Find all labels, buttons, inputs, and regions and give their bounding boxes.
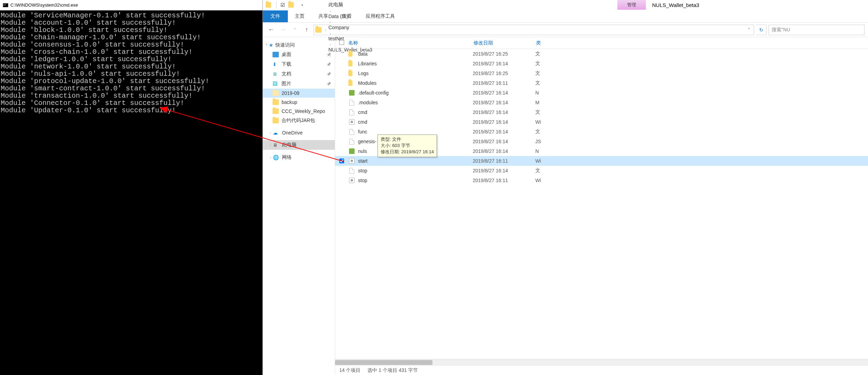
scrollbar-thumb[interactable] <box>335 360 432 365</box>
network-icon: 🌐 <box>273 155 279 160</box>
nav-pictures[interactable]: 🖼图片 <box>263 79 335 89</box>
folder-icon <box>273 108 279 114</box>
file-row[interactable]: Libraries2019/8/27 16:14文 <box>335 59 868 68</box>
column-date[interactable]: 修改日期 <box>473 40 536 46</box>
nav-desktop[interactable]: 桌面 <box>263 50 335 59</box>
file-row[interactable]: Modules2019/8/27 16:11文 <box>335 78 868 88</box>
nav-network[interactable]: › 🌐网络 <box>263 153 335 162</box>
file-row[interactable]: stop2019/8/27 16:14文 <box>335 166 868 176</box>
column-type[interactable]: 类 <box>536 40 562 46</box>
onedrive-icon: ☁ <box>273 130 279 136</box>
tab-share[interactable]: 共享 <box>311 10 335 22</box>
chevron-down-icon[interactable]: ˅ <box>266 43 267 47</box>
folder-icon <box>348 60 355 67</box>
file-date: 2019/8/27 16:14 <box>473 61 535 66</box>
tooltip-size: 大小: 603 字节 <box>381 142 434 149</box>
ribbon-tabs: 文件 主页 共享 查看 应用程序工具 <box>263 10 868 22</box>
file-row[interactable]: ⚙start2019/8/27 16:11Wi <box>335 156 868 166</box>
file-icon <box>348 129 355 135</box>
chevron-right-icon[interactable]: › <box>325 28 326 32</box>
file-name: func <box>358 129 473 134</box>
up-button[interactable]: ↑ <box>302 25 311 35</box>
row-checkbox[interactable] <box>339 158 348 163</box>
ncf-icon <box>348 90 355 96</box>
file-row[interactable]: ⚙stop2019/8/27 16:11Wi <box>335 176 868 185</box>
chevron-right-icon[interactable]: › <box>270 143 271 147</box>
column-headers[interactable]: 名称 修改日期 类 <box>335 37 868 49</box>
properties-icon[interactable]: ☑ <box>278 1 287 9</box>
tab-home[interactable]: 主页 <box>288 10 311 22</box>
tab-file[interactable]: 文件 <box>263 10 288 22</box>
file-date: 2019/8/27 16:25 <box>473 51 535 57</box>
file-date: 2019/8/27 16:14 <box>473 119 535 125</box>
nav-jar[interactable]: 合约代码JAR包 <box>263 116 335 125</box>
qat-dropdown-icon[interactable]: ▾ <box>298 1 306 9</box>
file-date: 2019/8/27 16:11 <box>473 80 535 86</box>
cmd-title-text: C:\WINDOWS\system32\cmd.exe <box>10 2 78 8</box>
cmd-titlebar[interactable]: C:\WINDOWS\system32\cmd.exe <box>0 0 262 10</box>
cmd-icon <box>3 3 8 7</box>
bat-icon: ⚙ <box>348 158 355 164</box>
address-dropdown-icon[interactable]: ˅ <box>746 27 752 33</box>
explorer-window: ☑ ▾ 管理 NULS_Wallet_beta3 文件 主页 共享 查看 应用程… <box>263 0 868 375</box>
nav-downloads[interactable]: ⬇下载 <box>263 59 335 69</box>
bat-icon: ⚙ <box>348 177 355 184</box>
nav-2019-09[interactable]: 2019-09 <box>263 89 335 98</box>
refresh-button[interactable]: ↻ <box>756 25 766 35</box>
quick-access-header[interactable]: ˅ ★ 快速访问 <box>263 41 335 50</box>
file-tooltip: 类型: 文件 大小: 603 字节 修改日期: 2019/8/27 16:14 <box>378 134 437 157</box>
file-name: cmd <box>358 119 473 125</box>
file-type: 文 <box>535 80 562 86</box>
file-date: 2019/8/27 16:14 <box>473 139 535 144</box>
file-icon <box>348 99 355 106</box>
file-type: 文 <box>535 60 562 67</box>
file-row[interactable]: data2019/8/27 16:25文 <box>335 49 868 59</box>
file-type: Wi <box>535 158 562 164</box>
address-bar[interactable]: › 此电脑›Data (D:)›Company›testNet›NULS_Wal… <box>314 25 754 35</box>
file-type: 文 <box>535 168 562 174</box>
file-row[interactable]: .default-config2019/8/27 16:14N <box>335 88 868 98</box>
file-date: 2019/8/27 16:14 <box>473 129 535 134</box>
recent-dropdown[interactable]: ˅ <box>290 25 300 35</box>
file-row[interactable]: cmd2019/8/27 16:14文 <box>335 107 868 117</box>
quick-access-toolbar: ☑ ▾ <box>263 0 868 10</box>
select-all-checkbox[interactable] <box>339 40 344 45</box>
new-folder-icon[interactable] <box>288 1 297 9</box>
forward-button[interactable]: → <box>278 25 288 35</box>
nav-documents[interactable]: 🗎文档 <box>263 69 335 79</box>
file-name: Modules <box>358 80 473 86</box>
file-type: Wi <box>535 119 562 125</box>
chevron-right-icon[interactable]: › <box>270 156 271 160</box>
file-type: N <box>535 148 562 154</box>
file-type: M <box>535 100 562 105</box>
file-row[interactable]: ⚙cmd2019/8/27 16:14Wi <box>335 117 868 127</box>
nav-onedrive[interactable]: › ☁OneDrive <box>263 128 335 137</box>
file-row[interactable]: Logs2019/8/27 16:25文 <box>335 68 868 78</box>
back-button[interactable]: ← <box>266 25 276 35</box>
file-date: 2019/8/27 16:14 <box>473 109 535 115</box>
tab-view[interactable]: 查看 <box>335 10 359 22</box>
tab-app-tools[interactable]: 应用程序工具 <box>359 10 402 22</box>
picture-icon: 🖼 <box>273 81 279 87</box>
chevron-right-icon[interactable]: › <box>270 131 271 135</box>
file-name: .modules <box>358 100 473 105</box>
file-row[interactable]: .modules2019/8/27 16:14M <box>335 98 868 107</box>
file-list[interactable]: data2019/8/27 16:25文Libraries2019/8/27 1… <box>335 49 868 359</box>
navigation-pane[interactable]: ˅ ★ 快速访问 桌面 ⬇下载 🗎文档 🖼图片 2019-09 backup C… <box>263 37 335 375</box>
nav-this-pc[interactable]: › 🖥此电脑 <box>263 140 335 150</box>
folder-icon[interactable] <box>266 1 274 9</box>
cmd-window: C:\WINDOWS\system32\cmd.exe Module 'Serv… <box>0 0 263 375</box>
chevron-right-icon[interactable]: › <box>330 31 331 35</box>
tooltip-date: 修改日期: 2019/8/27 16:14 <box>381 149 434 155</box>
separator <box>276 1 276 8</box>
horizontal-scrollbar[interactable] <box>335 359 868 365</box>
cmd-output[interactable]: Module 'ServiceManager-0.1.0' start succ… <box>0 10 262 375</box>
file-date: 2019/8/27 16:14 <box>473 148 535 154</box>
nav-ccc[interactable]: CCC_Weekly_Repo <box>263 107 335 116</box>
nav-backup[interactable]: backup <box>263 98 335 107</box>
breadcrumb-item[interactable]: Company <box>328 25 372 30</box>
file-name: Libraries <box>358 61 473 66</box>
column-name[interactable]: 名称 <box>348 40 473 46</box>
contextual-tab-manage[interactable]: 管理 <box>617 0 646 10</box>
search-input[interactable]: 搜索"NU <box>769 25 865 35</box>
